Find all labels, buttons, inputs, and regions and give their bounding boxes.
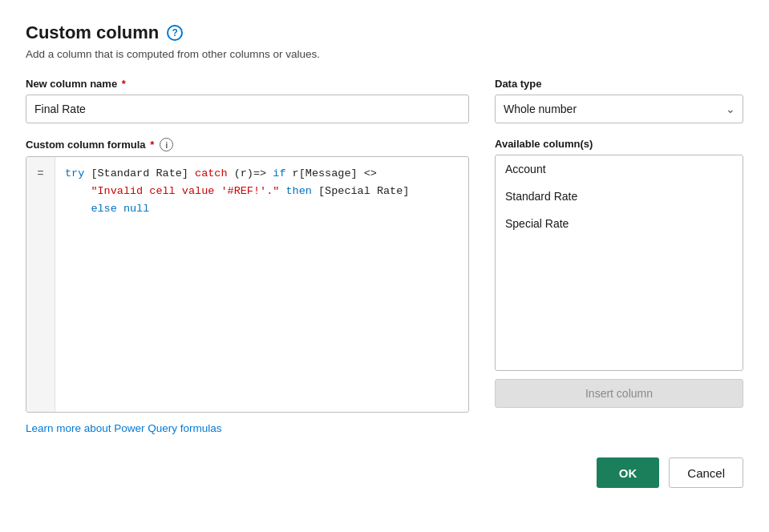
title-row: Custom column ? [26,22,743,43]
ok-button[interactable]: OK [597,457,660,488]
required-star: * [119,78,126,90]
formula-required-star: * [148,139,155,151]
custom-column-dialog: Custom column ? Add a column that is com… [26,22,743,488]
column-name-label: New column name * [26,78,469,90]
learn-more-link[interactable]: Learn more about Power Query formulas [26,422,222,434]
data-type-label: Data type [495,78,743,90]
column-name-input[interactable] [26,95,469,123]
available-columns-list: Account Standard Rate Special Rate [495,155,743,371]
list-item[interactable]: Special Rate [496,210,743,237]
available-columns-label: Available column(s) [495,138,743,150]
list-item[interactable]: Account [496,155,743,183]
formula-right: Available column(s) Account Standard Rat… [495,138,743,408]
formula-editor[interactable]: = try [Standard Rate] catch (r)=> if r[M… [26,156,469,413]
formula-section: Custom column formula * i = try [Standar… [26,138,743,413]
data-type-section: Data type Whole number Text Decimal numb… [495,78,743,123]
line-indicator: = [26,157,55,412]
column-name-section: New column name * [26,78,469,123]
data-type-select[interactable]: Whole number Text Decimal number Date Tr… [495,95,743,123]
data-type-wrapper: Whole number Text Decimal number Date Tr… [495,95,743,123]
formula-label-row: Custom column formula * i [26,138,469,151]
action-row: OK Cancel [26,457,743,488]
dialog-subtitle: Add a column that is computed from other… [26,48,743,60]
name-and-type-row: New column name * Data type Whole number… [26,78,743,123]
formula-left: Custom column formula * i = try [Standar… [26,138,469,413]
dialog-title: Custom column [26,22,159,43]
formula-content[interactable]: try [Standard Rate] catch (r)=> if r[Mes… [55,157,468,412]
formula-label: Custom column formula * [26,139,154,151]
cancel-button[interactable]: Cancel [669,457,743,488]
info-icon[interactable]: i [160,138,173,151]
help-icon[interactable]: ? [167,25,183,41]
equals-sign: = [37,165,43,183]
list-item[interactable]: Standard Rate [496,183,743,210]
insert-column-button[interactable]: Insert column [495,379,743,408]
